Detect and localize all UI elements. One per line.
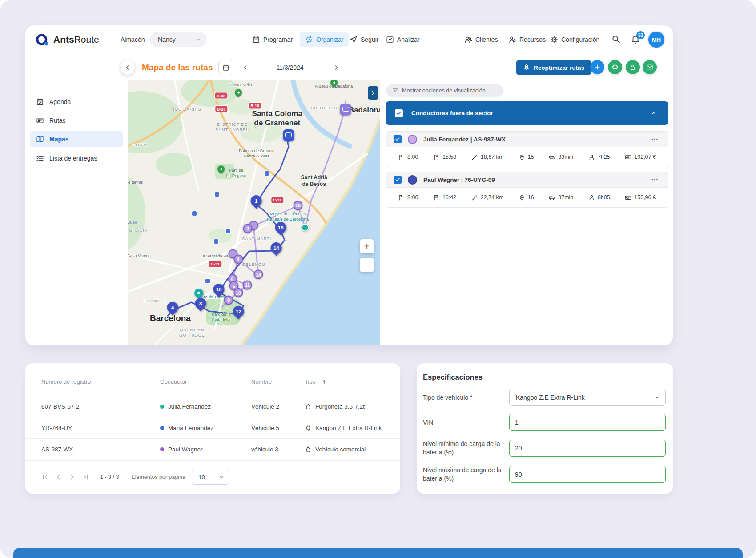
vehicle-marker-blue[interactable] <box>283 129 294 141</box>
sidebar-item-agenda[interactable]: Agenda <box>30 94 123 110</box>
nav-item-recursos[interactable]: Recursos <box>508 25 546 54</box>
zoom-in-button[interactable]: + <box>360 239 374 253</box>
stop-marker-purple[interactable]: 10 <box>233 288 243 297</box>
add-button[interactable] <box>590 60 604 74</box>
maps-icon <box>36 135 44 143</box>
send-mail-button[interactable] <box>643 60 657 74</box>
footer-bar <box>13 548 743 558</box>
zoom-out-button[interactable]: − <box>360 258 374 272</box>
lock-button[interactable] <box>626 60 640 74</box>
sort-ascending-icon <box>322 379 328 385</box>
sidebar-item-mapas[interactable]: Mapas <box>30 131 123 147</box>
route-map[interactable]: Trinitat VellaMuseu de BadalonaSISTRELLS… <box>128 80 380 345</box>
warehouse-select[interactable]: Nancy <box>150 32 206 47</box>
search-icon <box>611 34 621 44</box>
stat-work-time: 8h05 <box>588 194 610 201</box>
col-registration[interactable]: Número de registro <box>25 378 160 385</box>
calendar-picker-button[interactable] <box>218 60 233 75</box>
transit-station-icon <box>265 171 269 176</box>
stat-work-time: 7h25 <box>588 154 610 161</box>
driver-status-dot <box>160 426 164 430</box>
start-time-icon <box>398 194 405 201</box>
table-row[interactable]: 607-BVS-57-2 Julia Fernandez Véhicule 2 … <box>25 396 400 417</box>
stop-marker-purple[interactable]: 15 <box>293 201 302 210</box>
stat-distance: 18,67 km <box>471 154 503 161</box>
road-badge: B-20 <box>215 106 227 112</box>
chevron-down-icon <box>195 37 201 42</box>
drivers-out-of-sector-header[interactable]: Conductores fuera de sector <box>386 101 668 125</box>
registration-cell: AS-987-WX <box>25 446 160 453</box>
stat-cost: 150,96 € <box>625 194 656 201</box>
vehicle-name-cell: Véhicule 5 <box>251 425 305 431</box>
nav-item-programar[interactable]: Programar <box>252 25 293 54</box>
nav-item-organizar[interactable]: Organizar <box>300 32 349 47</box>
next-day-button[interactable] <box>330 62 342 73</box>
table-row[interactable]: AS-987-WX Paul Wagner véhicule 3 Vehícul… <box>25 438 400 460</box>
collapse-section-button[interactable] <box>648 108 659 119</box>
plus-icon <box>594 64 601 71</box>
last-page-icon <box>81 473 89 481</box>
max-battery-input[interactable] <box>509 466 666 483</box>
driver-row-header[interactable]: Julia Fernandez | AS-987-WX <box>386 131 668 147</box>
map-expand-button[interactable] <box>368 86 378 100</box>
depot-marker[interactable] <box>301 224 309 231</box>
transit-station-icon <box>205 279 210 283</box>
stop-marker-purple[interactable]: 2 <box>243 224 252 233</box>
warehouse-label: Almacén <box>121 25 145 54</box>
driver-row-header[interactable]: Paul Wagner | 76-UYG-09 <box>386 172 668 188</box>
previous-day-button[interactable] <box>240 62 251 73</box>
user-avatar[interactable]: MH <box>648 32 664 48</box>
registration-cell: 607-BVS-57-2 <box>25 403 160 410</box>
driver-checkbox[interactable] <box>394 135 402 143</box>
last-page-button[interactable] <box>79 470 92 484</box>
sidebar-item-lista-de-entregas[interactable]: Lista de entregas <box>30 150 123 166</box>
cloud-upload-button[interactable] <box>608 60 622 74</box>
back-button[interactable] <box>121 60 135 75</box>
next-page-icon <box>68 473 76 481</box>
brand: AntsRoute <box>35 25 99 54</box>
per-page-select[interactable]: 10 <box>192 470 229 485</box>
nav-item-analizar[interactable]: Analizar <box>386 25 420 54</box>
first-page-button[interactable] <box>39 470 52 484</box>
notifications-button[interactable]: 52 <box>630 34 641 45</box>
table-row[interactable]: YR-764-UY Maria Fernandez Véhicule 5 Kan… <box>25 417 400 438</box>
min-battery-input[interactable] <box>509 440 666 457</box>
driver-checkbox[interactable] <box>394 176 402 184</box>
routes-icon <box>36 116 44 124</box>
section-checkbox[interactable] <box>395 109 403 117</box>
previous-page-button[interactable] <box>52 470 65 484</box>
vehicle-marker-purple[interactable] <box>340 104 351 115</box>
stop-marker-purple[interactable]: 11 <box>243 280 252 289</box>
vehicle-type-select[interactable]: Kangoo Z.E Extra R-Link <box>509 389 666 406</box>
stat-end-time: 16:42 <box>433 194 456 201</box>
driver-menu-button[interactable] <box>649 133 660 145</box>
col-name[interactable]: Nombre <box>251 378 305 385</box>
col-type[interactable]: Tipo <box>305 378 328 385</box>
stat-start-time: 8:00 <box>398 154 418 161</box>
first-page-icon <box>41 473 49 481</box>
calendar-icon <box>252 36 260 44</box>
stat-drive-time: 33min <box>549 154 573 161</box>
vin-input[interactable] <box>509 414 666 431</box>
nav-item-clientes[interactable]: Clientes <box>464 25 498 54</box>
stop-marker-purple[interactable]: 14 <box>254 270 263 279</box>
follow-icon <box>350 36 358 44</box>
driver-status-dot <box>160 447 164 451</box>
col-driver[interactable]: Conductor <box>160 378 251 385</box>
driver-menu-button[interactable] <box>649 174 660 185</box>
driver-cell: Julia Fernandez <box>160 403 251 410</box>
vehicle-type-cell: Kangoo Z.E Extra R-Link <box>305 425 382 432</box>
check-icon <box>395 136 400 142</box>
specifications-card: Especificaciones Tipo de vehículo * Kang… <box>417 363 673 494</box>
stop-marker-purple[interactable]: 4 <box>233 254 243 264</box>
rocket-icon <box>523 64 530 71</box>
reoptimize-routes-button[interactable]: Reoptimizar rutas <box>516 60 591 75</box>
map-pin-icon <box>519 154 525 161</box>
search-button[interactable] <box>611 34 621 45</box>
stop-marker-purple[interactable]: 9 <box>224 295 233 305</box>
nav-item-seguir[interactable]: Seguir <box>350 25 378 54</box>
nav-item-configuracion[interactable]: Configuración <box>550 25 599 54</box>
next-page-button[interactable] <box>65 470 79 484</box>
display-options-filter[interactable]: Mostrar opciones de visualización <box>386 84 503 97</box>
sidebar-item-rutas[interactable]: Rutas <box>30 112 123 128</box>
